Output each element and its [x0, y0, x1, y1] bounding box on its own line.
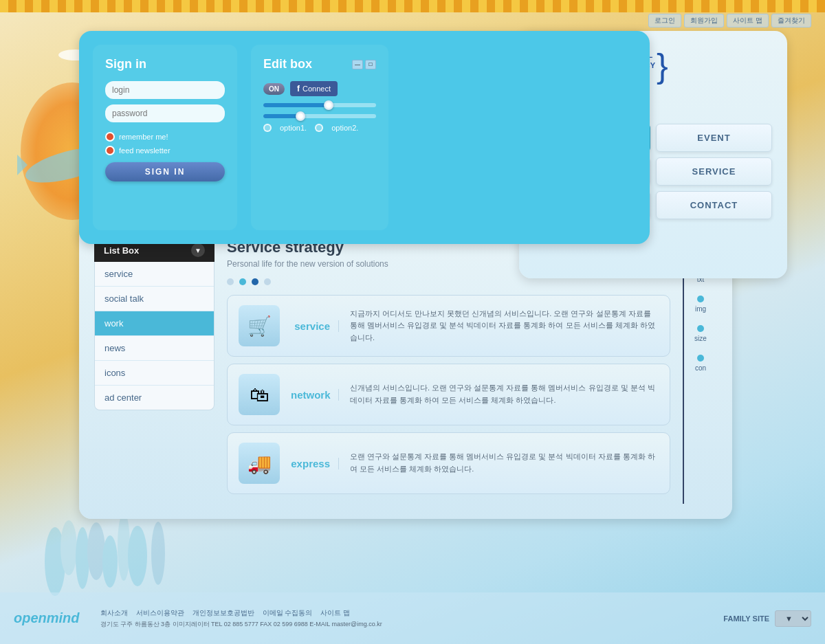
sidebar-item-icons[interactable]: icons [95, 361, 214, 386]
footer-brand: openmind [14, 610, 80, 626]
nav-contact[interactable]: CONTACT [656, 191, 772, 219]
edit-box: Edit box — □ ON f Connect o [251, 45, 388, 230]
nav-login[interactable]: 로그인 [648, 14, 681, 27]
dot-1[interactable] [227, 278, 234, 285]
edit-box-title: Edit box [263, 57, 312, 71]
edit-box-header: Edit box — □ [263, 57, 376, 71]
remember-me-row: remember me! [105, 132, 225, 142]
sidebar-item-social-talk[interactable]: social talk [95, 287, 214, 311]
option1-label: option1. [280, 124, 307, 132]
nav-register[interactable]: 회원가입 [684, 14, 724, 27]
dot-3[interactable] [252, 278, 258, 285]
signin-button[interactable]: SIGN IN [105, 162, 225, 181]
edit-box-controls: — □ [352, 60, 376, 69]
nav-event[interactable]: EVENT [656, 124, 772, 152]
facebook-icon: f [297, 84, 300, 93]
footer-link-sitemap[interactable]: 사이트 맵 [320, 608, 350, 618]
svg-point-6 [60, 520, 77, 575]
login-input[interactable] [105, 81, 225, 99]
slider-bar-2[interactable] [263, 114, 376, 118]
facebook-connect-button[interactable]: f Connect [290, 81, 338, 96]
toggle-on-button[interactable]: ON [263, 83, 285, 95]
service-icon-truck: 🚚 [239, 443, 280, 484]
footer-link-terms[interactable]: 서비스이용약관 [136, 608, 184, 618]
slider-bar-1[interactable] [263, 103, 376, 107]
newsletter-row: feed newsletter [105, 146, 225, 155]
service-card-2-name: network [291, 389, 339, 401]
list-box-title: List Box [104, 245, 139, 256]
service-card-network: 🛍 network 신개념의 서비스입니다. 오랜 연구와 설문통계 자료를 통… [227, 364, 670, 425]
mini-item-size[interactable]: size [694, 325, 707, 342]
service-card-1-name: service [291, 320, 339, 332]
footer-info: 회사소개 서비스이용약관 개인정보보호공법반 이메일 수집동의 사이트 맵 경기… [100, 608, 382, 629]
mini-label-con: con [695, 364, 706, 372]
footer: openmind 회사소개 서비스이용약관 개인정보보호공법반 이메일 수집동의… [0, 592, 825, 644]
service-icon-network: 🛍 [239, 374, 280, 415]
slider-handle-2[interactable] [296, 111, 305, 121]
sidebar-item-ad-center[interactable]: ad center [95, 386, 214, 410]
top-navigation: 로그인 회원가입 사이트 맵 즐겨찾기 [648, 14, 811, 27]
newsletter-radio[interactable] [105, 146, 115, 155]
slider-fill-1 [263, 103, 331, 107]
brace-close: } [657, 49, 668, 83]
list-box-arrow[interactable]: ▼ [191, 243, 205, 257]
dot-2[interactable] [239, 278, 246, 285]
footer-right: FAMILY SITE ▼ [723, 610, 811, 627]
svg-point-9 [102, 535, 118, 588]
signin-box: Sign in remember me! feed newsletter SIG… [93, 45, 237, 230]
maximize-button[interactable]: □ [365, 60, 376, 69]
svg-point-12 [151, 522, 165, 585]
footer-address: 경기도 구주 하름동산 3층 이미지레이터 TEL 02 885 5777 FA… [100, 620, 382, 629]
dot-4[interactable] [264, 278, 271, 285]
service-card-service: 🛒 service 지금까지 어디서도 만나보지 못했던 신개념의 서비스입니다… [227, 295, 670, 357]
nav-favorites[interactable]: 즐겨찾기 [771, 14, 811, 27]
option2-label: option2. [331, 124, 358, 132]
service-card-3-name: express [291, 458, 339, 469]
svg-point-8 [87, 522, 105, 580]
slider-container [263, 103, 376, 118]
mini-dot-size [697, 325, 704, 332]
toggle-connect-row: ON f Connect [263, 81, 376, 96]
mini-item-img[interactable]: img [695, 296, 706, 313]
footer-link-email[interactable]: 이메일 수집동의 [263, 608, 313, 618]
slider-handle-1[interactable] [324, 100, 333, 110]
svg-point-10 [118, 512, 130, 581]
sidebar-items: service social talk work news icons ad c… [94, 262, 214, 410]
footer-links: 회사소개 서비스이용약관 개인정보보호공법반 이메일 수집동의 사이트 맵 [100, 608, 382, 618]
nav-sitemap[interactable]: 사이트 맵 [727, 14, 769, 27]
sidebar-item-news[interactable]: news [95, 336, 214, 361]
mini-label-img: img [695, 305, 706, 313]
service-card-express: 🚚 express 오랜 연구와 설문통계 자료를 통해 멤버서비스 유입경로 … [227, 432, 670, 494]
service-card-3-desc: 오랜 연구와 설문통계 자료를 통해 멤버서비스 유입경로 및 분석 빅데이터 … [350, 451, 659, 475]
option1-radio[interactable] [263, 124, 272, 132]
svg-point-5 [45, 527, 65, 596]
mini-item-con[interactable]: con [695, 355, 706, 372]
family-site-label: FAMILY SITE [723, 614, 769, 623]
mini-dot-con [697, 355, 704, 362]
nav-service[interactable]: SERVICE [656, 157, 772, 186]
mini-dot-img [697, 296, 704, 302]
service-card-1-desc: 지금까지 어디서도 만나보지 못했던 신개념의 서비스입니다. 오랜 연구와 설… [350, 308, 659, 344]
newsletter-label: feed newsletter [119, 146, 170, 155]
svg-point-7 [76, 527, 89, 589]
option-row: option1. option2. [263, 124, 376, 132]
upper-panel: Sign in remember me! feed newsletter SIG… [79, 31, 650, 244]
sidebar-item-work[interactable]: work [95, 311, 214, 336]
option2-radio[interactable] [315, 124, 323, 132]
sidebar-item-service[interactable]: service [95, 262, 214, 287]
signin-title: Sign in [105, 57, 225, 71]
svg-point-11 [128, 526, 147, 586]
footer-link-about[interactable]: 회사소개 [100, 608, 128, 618]
family-site-select[interactable]: ▼ [775, 610, 811, 627]
top-border-decoration [0, 0, 825, 12]
service-card-2-desc: 신개념의 서비스입니다. 오랜 연구와 설문통계 자료를 통해 멤버서비스 유입… [350, 382, 659, 406]
connect-label: Connect [302, 85, 331, 93]
password-input[interactable] [105, 104, 225, 122]
dots-navigation [227, 278, 670, 285]
remember-me-radio[interactable] [105, 132, 115, 142]
service-icon-cart: 🛒 [239, 305, 280, 346]
remember-me-label: remember me! [119, 133, 168, 141]
footer-link-privacy[interactable]: 개인정보보호공법반 [192, 608, 254, 618]
sidebar-list: List Box ▼ service social talk work news… [94, 238, 214, 504]
minimize-button[interactable]: — [352, 60, 363, 69]
